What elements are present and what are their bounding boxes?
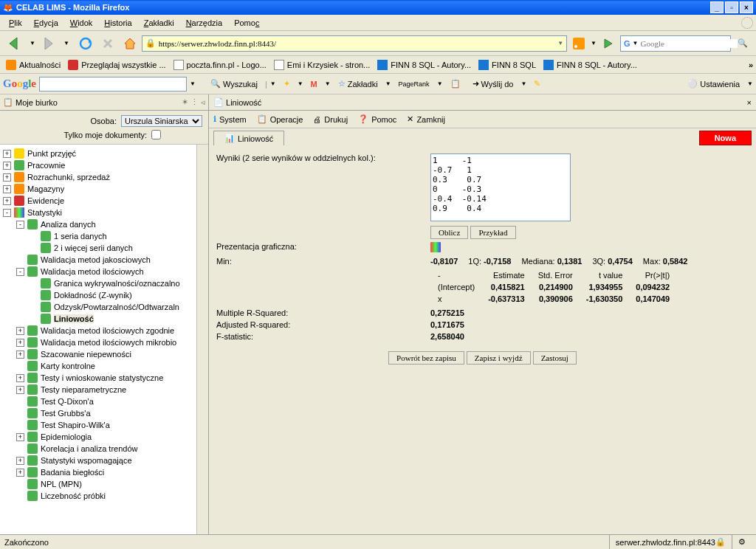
- chart-icon[interactable]: [430, 242, 441, 252]
- tree-node[interactable]: -Statystyki: [0, 207, 208, 218]
- search-go-button[interactable]: 🔍: [732, 34, 753, 53]
- overflow-chevron-icon[interactable]: »: [749, 61, 753, 69]
- menu-narzedzia[interactable]: Narzędzia: [180, 17, 229, 29]
- tree-node[interactable]: Liniowość: [0, 313, 208, 325]
- tree-node[interactable]: +Walidacja metod ilościowych zgodnie: [0, 325, 208, 336]
- menu-zakladki[interactable]: Zakładki: [138, 17, 180, 29]
- tree-twisty[interactable]: +: [3, 197, 11, 205]
- tree-node[interactable]: Test Q-Dixon'a: [0, 396, 208, 407]
- highlight-button[interactable]: ✎: [529, 77, 545, 90]
- tree-node[interactable]: +Testy i wnioskowanie statystyczne: [0, 372, 208, 384]
- tree-node[interactable]: +Magazyny: [0, 183, 208, 195]
- tree-node[interactable]: Test Shapiro-Wilk'a: [0, 419, 208, 431]
- tree-node[interactable]: Dokładność (Z-wynik): [0, 289, 208, 301]
- back-button[interactable]: [3, 34, 28, 53]
- tree-twisty[interactable]: +: [3, 150, 11, 158]
- tree-node[interactable]: +Rozrachunki, sprzedaż: [0, 171, 208, 183]
- zastosuj-button[interactable]: Zastosuj: [533, 351, 577, 365]
- menu-plik[interactable]: Plik: [3, 17, 28, 29]
- tree-node[interactable]: +Badania biegłości: [0, 466, 208, 478]
- tree-node[interactable]: Karty kontrolne: [0, 360, 208, 372]
- tree-node[interactable]: +Pracownie: [0, 159, 208, 171]
- tree-twisty[interactable]: -: [16, 268, 24, 276]
- google-search-input[interactable]: [39, 77, 187, 92]
- tree-node[interactable]: +Punkt przyjęć: [0, 148, 208, 159]
- tree-twisty[interactable]: +: [16, 433, 24, 441]
- google-search-button[interactable]: 🔍 Wyszukaj: [206, 77, 262, 90]
- tree-node[interactable]: Granica wykrywalności/oznaczalno: [0, 277, 208, 289]
- tree-twisty[interactable]: +: [3, 173, 11, 182]
- minimize-button[interactable]: _: [710, 1, 724, 13]
- pagerank-button[interactable]: PageRank: [394, 79, 434, 89]
- menu-widok[interactable]: Widok: [64, 17, 99, 29]
- tree-node[interactable]: 1 seria danych: [0, 230, 208, 242]
- close-button[interactable]: ×: [740, 1, 753, 13]
- url-input[interactable]: [159, 39, 554, 48]
- status-gear-icon[interactable]: ⚙: [732, 535, 752, 549]
- tree-node[interactable]: NPL (MPN): [0, 478, 208, 490]
- restore-button[interactable]: ▫: [725, 1, 738, 13]
- feed-button[interactable]: [568, 34, 589, 53]
- tree-twisty[interactable]: +: [16, 351, 24, 359]
- tree-node[interactable]: Walidacja metod jakosciowych: [0, 254, 208, 266]
- home-button[interactable]: [120, 34, 140, 53]
- tree-twisty[interactable]: -: [3, 209, 11, 217]
- google-new-button[interactable]: ✦: [279, 77, 295, 90]
- tb-system[interactable]: ℹSystem: [213, 114, 247, 124]
- stop-button[interactable]: [97, 34, 118, 53]
- tree-node[interactable]: +Epidemiologia: [0, 431, 208, 443]
- menu-edycja[interactable]: Edycja: [28, 17, 64, 29]
- tylko-checkbox[interactable]: [151, 130, 161, 139]
- tree-node[interactable]: Liczebność próbki: [0, 490, 208, 502]
- tree-twisty[interactable]: +: [16, 457, 24, 465]
- search-bar[interactable]: G ▼: [620, 35, 731, 52]
- tb-zamknij[interactable]: ✕Zamknij: [407, 114, 445, 124]
- new-button[interactable]: Nowa: [699, 131, 752, 145]
- tree-node[interactable]: -Analiza danych: [0, 218, 208, 230]
- tree-node[interactable]: -Walidacja metod ilościowych: [0, 266, 208, 277]
- sidebar-tool-icon[interactable]: ✶ ⋮ ◃: [182, 97, 205, 107]
- tab-liniowosc[interactable]: 📊Liniowość: [213, 131, 284, 145]
- oblicz-button[interactable]: Oblicz: [430, 226, 468, 239]
- powrot-button[interactable]: Powrót bez zapisu: [388, 351, 464, 365]
- send-to-button[interactable]: ➜ Wyślij do: [468, 77, 518, 90]
- search-input[interactable]: [640, 39, 738, 48]
- reload-button[interactable]: [75, 34, 96, 53]
- tree-scrollbar[interactable]: [196, 145, 208, 534]
- tree-node[interactable]: +Walidacja metod ilościowych mikrobio: [0, 336, 208, 348]
- gmail-button[interactable]: M: [306, 78, 322, 90]
- tree-node[interactable]: +Szacowanie niepewności: [0, 348, 208, 360]
- tree-node[interactable]: 2 i więcej serii danych: [0, 242, 208, 254]
- tree-twisty[interactable]: -: [16, 221, 24, 229]
- bookmark-item[interactable]: poczta.finn.pl - Logo...: [171, 58, 269, 72]
- tree-node[interactable]: +Testy nieparametryczne: [0, 384, 208, 396]
- menu-pomoc[interactable]: Pomoc: [228, 17, 265, 29]
- bookmark-item[interactable]: Emi i Krzysiek - stron...: [271, 58, 373, 72]
- menu-historia[interactable]: Historia: [98, 17, 137, 29]
- url-bar[interactable]: 🔒 ▼: [142, 35, 567, 52]
- tree-twisty[interactable]: +: [16, 374, 24, 382]
- forward-button[interactable]: [37, 34, 62, 53]
- content-close-icon[interactable]: ×: [747, 98, 752, 107]
- tree-twisty[interactable]: +: [16, 327, 24, 335]
- tree-node[interactable]: Test Grubbs'a: [0, 407, 208, 419]
- wyniki-textarea[interactable]: 1 -1 -0.7 1 0.3 0.7 0 -0.3 -0.4 -0.14 0.…: [430, 153, 571, 221]
- tree-twisty[interactable]: +: [3, 185, 11, 193]
- bookmark-item[interactable]: Aktualności: [3, 58, 63, 72]
- tree-node[interactable]: Odzysk/Powtarzalność/Odtwarzaln: [0, 301, 208, 313]
- bookmark-item[interactable]: FINN 8 SQL - Autory...: [374, 58, 474, 72]
- tb-pomoc[interactable]: ❓Pomoc: [358, 114, 396, 124]
- autofill-button[interactable]: 📋: [446, 77, 465, 90]
- tree-node[interactable]: +Ewidencje: [0, 195, 208, 207]
- go-button[interactable]: [598, 34, 619, 53]
- tb-operacje[interactable]: 📋Operacje: [257, 114, 303, 124]
- url-dropdown-icon[interactable]: ▼: [557, 40, 563, 46]
- przyklad-button[interactable]: Przykład: [470, 226, 515, 239]
- tree-twisty[interactable]: +: [16, 469, 24, 477]
- bookmark-item[interactable]: FINN 8 SQL: [475, 58, 539, 72]
- google-bookmarks-button[interactable]: ☆ Zakładki: [334, 77, 382, 90]
- google-settings-button[interactable]: ⚪ Ustawienia: [683, 77, 744, 90]
- tree-node[interactable]: +Statystyki wspomagające: [0, 455, 208, 466]
- tree-twisty[interactable]: +: [3, 162, 11, 170]
- tree-twisty[interactable]: +: [16, 339, 24, 347]
